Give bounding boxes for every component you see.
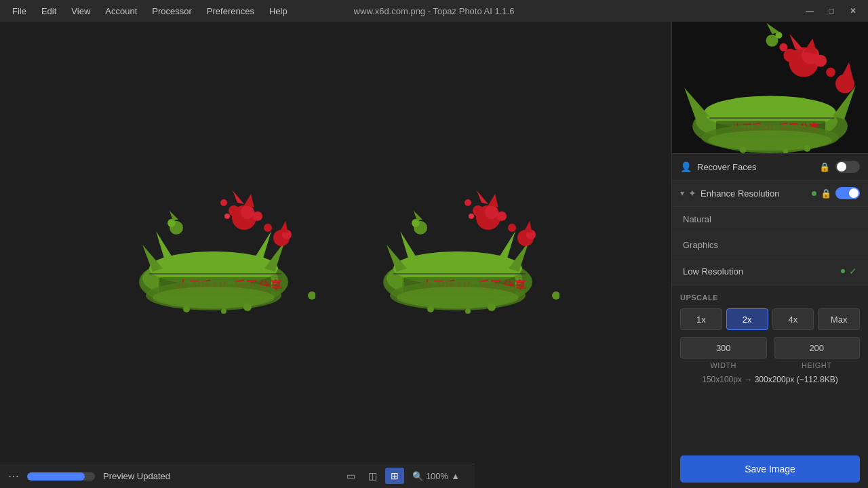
titlebar: File Edit View Account Processor Prefere… [0, 0, 868, 22]
svg-point-19 [220, 199, 227, 206]
svg-marker-65 [684, 87, 709, 119]
upscale-section: UPSCALE 1x 2x 4x Max WIDTH HEIGHT [672, 285, 868, 392]
svg-marker-46 [524, 221, 532, 233]
upscale-2x-button[interactable]: 2x [726, 308, 768, 330]
mode-low-resolution-check: ✓ [841, 266, 857, 277]
window-title: www.x6d.com.png - Topaz Photo AI 1.1.6 [354, 6, 515, 16]
maximize-button[interactable]: □ [822, 4, 841, 18]
svg-point-8 [241, 205, 254, 219]
menu-processor[interactable]: Processor [145, 3, 199, 19]
single-view-button[interactable]: ▭ [342, 468, 361, 484]
mode-graphics[interactable]: Graphics [672, 232, 868, 258]
svg-point-43 [473, 205, 484, 216]
menu-view[interactable]: View [64, 3, 97, 19]
svg-point-20 [264, 224, 272, 232]
width-input[interactable] [680, 337, 767, 359]
enhance-resolution-section: ▾ ✦ Enhance Resolution 🔒 Natural Graphic… [672, 180, 868, 285]
upscale-max-button[interactable]: Max [818, 308, 860, 330]
upscale-1x-button[interactable]: 1x [680, 308, 722, 330]
svg-point-29 [243, 303, 252, 311]
svg-point-61 [552, 291, 559, 300]
mode-low-resolution-label: Low Resolution [683, 266, 743, 277]
svg-marker-34 [387, 245, 407, 272]
svg-point-71 [814, 55, 827, 67]
svg-point-21 [224, 214, 230, 219]
svg-point-85 [740, 146, 747, 153]
recover-faces-toggle[interactable] [835, 161, 860, 173]
enhance-active-dot [812, 191, 816, 196]
zoom-up-button[interactable]: ▲ [451, 471, 460, 481]
original-image: 小刀氏QL 乐于分享 [112, 163, 315, 319]
image-container: 小刀氏QL 乐于分享 [112, 163, 559, 319]
menu-file[interactable]: File [5, 3, 33, 19]
svg-point-52 [469, 214, 474, 219]
selected-dot [841, 269, 845, 273]
svg-point-60 [488, 303, 496, 311]
recover-faces-label: Recover Faces [697, 162, 814, 172]
split-view-button[interactable]: ◫ [363, 468, 382, 484]
svg-point-57 [397, 287, 519, 308]
menu-account[interactable]: Account [98, 3, 144, 19]
recover-faces-lock-icon: 🔒 [819, 162, 830, 172]
svg-point-58 [427, 306, 434, 312]
svg-marker-69 [804, 39, 817, 54]
preview-status: Preview Updated [103, 471, 170, 481]
progress-bar [27, 472, 95, 481]
panel-content: 👤 Recover Faces 🔒 ▾ ✦ Enhance Resolution… [672, 154, 868, 450]
height-group: HEIGHT [774, 337, 861, 369]
svg-point-12 [229, 205, 239, 216]
main-layout: 小刀氏QL 乐于分享 [0, 22, 868, 488]
svg-marker-9 [244, 194, 254, 207]
enhanced-image: 小刀氏QL 乐于分享 [356, 163, 559, 319]
svg-rect-80 [709, 117, 834, 119]
svg-point-84 [708, 130, 832, 150]
canvas-area: 小刀氏QL 乐于分享 [0, 22, 671, 488]
svg-marker-40 [488, 194, 498, 207]
svg-point-30 [308, 291, 315, 300]
upscale-label: UPSCALE [680, 293, 860, 302]
recover-faces-row: 👤 Recover Faces 🔒 [672, 154, 868, 180]
thumbnail-area: 小刀氏QL 乐于分享 [672, 22, 868, 154]
sparkle-icon: ✦ [688, 188, 696, 199]
menu-bar: File Edit View Account Processor Prefere… [5, 3, 294, 19]
minimize-button[interactable]: — [800, 4, 819, 18]
more-options-button[interactable]: ⋯ [8, 470, 19, 483]
width-label: WIDTH [680, 361, 767, 369]
grid-view-button[interactable]: ⊞ [385, 468, 404, 484]
menu-help[interactable]: Help [262, 3, 294, 19]
view-controls: ▭ ◫ ⊞ 🔍 100% ▲ [342, 464, 468, 488]
chevron-down-icon[interactable]: ▾ [680, 188, 684, 198]
svg-marker-41 [477, 190, 488, 204]
zoom-value: 100% [426, 471, 448, 481]
enhance-resolution-header: ▾ ✦ Enhance Resolution 🔒 [672, 180, 868, 207]
svg-rect-22 [149, 273, 281, 274]
svg-point-79 [826, 68, 835, 77]
svg-point-50 [465, 199, 471, 206]
upscale-4x-button[interactable]: 4x [772, 308, 814, 330]
svg-marker-77 [767, 23, 781, 34]
svg-point-42 [497, 211, 507, 221]
save-image-button[interactable]: Save Image [680, 455, 860, 483]
menu-preferences[interactable]: Preferences [200, 3, 261, 19]
window-controls: — □ ✕ [800, 4, 863, 18]
menu-edit[interactable]: Edit [35, 3, 63, 19]
svg-point-87 [804, 145, 810, 152]
checkmark-icon: ✓ [849, 266, 857, 277]
size-info: 150x100px → 300x200px (~112.8KB) [680, 375, 860, 384]
progress-bar-fill [27, 472, 85, 481]
svg-rect-53 [393, 273, 526, 274]
mode-natural[interactable]: Natural [672, 207, 868, 232]
enhance-resolution-toggle[interactable] [835, 187, 860, 199]
height-label: HEIGHT [774, 361, 861, 369]
height-input[interactable] [774, 337, 861, 359]
mode-low-resolution[interactable]: Low Resolution ✓ [672, 258, 868, 285]
close-button[interactable]: ✕ [844, 4, 863, 18]
svg-point-78 [779, 43, 787, 52]
face-icon: 👤 [680, 161, 692, 172]
enhance-resolution-label: Enhance Resolution [701, 188, 808, 199]
svg-marker-15 [280, 221, 288, 233]
zoom-display: 🔍 100% ▲ [412, 471, 460, 481]
svg-point-39 [485, 205, 498, 219]
size-info-text: 150x100px → 300x200px (~112.8KB) [702, 375, 837, 384]
svg-marker-3 [142, 245, 163, 272]
